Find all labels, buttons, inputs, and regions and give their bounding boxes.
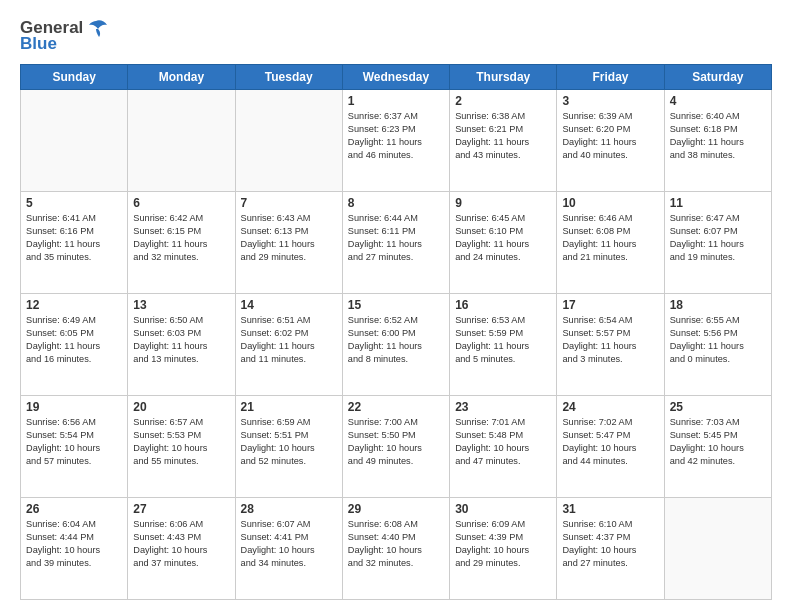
day-info: Sunrise: 6:59 AM Sunset: 5:51 PM Dayligh…: [241, 416, 337, 468]
day-number: 7: [241, 196, 337, 210]
day-of-week-header: Saturday: [664, 65, 771, 90]
calendar-day-cell: 28Sunrise: 6:07 AM Sunset: 4:41 PM Dayli…: [235, 498, 342, 600]
day-info: Sunrise: 7:03 AM Sunset: 5:45 PM Dayligh…: [670, 416, 766, 468]
calendar-day-cell: 30Sunrise: 6:09 AM Sunset: 4:39 PM Dayli…: [450, 498, 557, 600]
calendar-day-cell: 18Sunrise: 6:55 AM Sunset: 5:56 PM Dayli…: [664, 294, 771, 396]
day-of-week-header: Friday: [557, 65, 664, 90]
day-info: Sunrise: 7:01 AM Sunset: 5:48 PM Dayligh…: [455, 416, 551, 468]
day-number: 17: [562, 298, 658, 312]
day-number: 11: [670, 196, 766, 210]
calendar-day-cell: [128, 90, 235, 192]
calendar-day-cell: 2Sunrise: 6:38 AM Sunset: 6:21 PM Daylig…: [450, 90, 557, 192]
calendar-day-cell: 7Sunrise: 6:43 AM Sunset: 6:13 PM Daylig…: [235, 192, 342, 294]
day-info: Sunrise: 6:56 AM Sunset: 5:54 PM Dayligh…: [26, 416, 122, 468]
day-number: 1: [348, 94, 444, 108]
calendar-day-cell: 24Sunrise: 7:02 AM Sunset: 5:47 PM Dayli…: [557, 396, 664, 498]
calendar-week-row: 5Sunrise: 6:41 AM Sunset: 6:16 PM Daylig…: [21, 192, 772, 294]
day-info: Sunrise: 6:37 AM Sunset: 6:23 PM Dayligh…: [348, 110, 444, 162]
logo: General Blue: [20, 18, 107, 54]
day-info: Sunrise: 6:07 AM Sunset: 4:41 PM Dayligh…: [241, 518, 337, 570]
day-number: 13: [133, 298, 229, 312]
calendar-day-cell: 26Sunrise: 6:04 AM Sunset: 4:44 PM Dayli…: [21, 498, 128, 600]
day-number: 10: [562, 196, 658, 210]
calendar-day-cell: 1Sunrise: 6:37 AM Sunset: 6:23 PM Daylig…: [342, 90, 449, 192]
day-number: 21: [241, 400, 337, 414]
logo-blue-text: Blue: [20, 34, 57, 54]
calendar-week-row: 26Sunrise: 6:04 AM Sunset: 4:44 PM Dayli…: [21, 498, 772, 600]
calendar-day-cell: 11Sunrise: 6:47 AM Sunset: 6:07 PM Dayli…: [664, 192, 771, 294]
day-number: 19: [26, 400, 122, 414]
day-of-week-header: Wednesday: [342, 65, 449, 90]
day-number: 18: [670, 298, 766, 312]
day-info: Sunrise: 6:40 AM Sunset: 6:18 PM Dayligh…: [670, 110, 766, 162]
calendar-day-cell: [664, 498, 771, 600]
calendar-day-cell: 9Sunrise: 6:45 AM Sunset: 6:10 PM Daylig…: [450, 192, 557, 294]
calendar-day-cell: 8Sunrise: 6:44 AM Sunset: 6:11 PM Daylig…: [342, 192, 449, 294]
calendar-day-cell: [21, 90, 128, 192]
calendar-day-cell: 12Sunrise: 6:49 AM Sunset: 6:05 PM Dayli…: [21, 294, 128, 396]
day-info: Sunrise: 6:10 AM Sunset: 4:37 PM Dayligh…: [562, 518, 658, 570]
day-number: 23: [455, 400, 551, 414]
day-of-week-header: Sunday: [21, 65, 128, 90]
day-info: Sunrise: 6:53 AM Sunset: 5:59 PM Dayligh…: [455, 314, 551, 366]
calendar-day-cell: 27Sunrise: 6:06 AM Sunset: 4:43 PM Dayli…: [128, 498, 235, 600]
day-number: 31: [562, 502, 658, 516]
day-info: Sunrise: 6:43 AM Sunset: 6:13 PM Dayligh…: [241, 212, 337, 264]
calendar-day-cell: 6Sunrise: 6:42 AM Sunset: 6:15 PM Daylig…: [128, 192, 235, 294]
day-info: Sunrise: 6:45 AM Sunset: 6:10 PM Dayligh…: [455, 212, 551, 264]
calendar-day-cell: 29Sunrise: 6:08 AM Sunset: 4:40 PM Dayli…: [342, 498, 449, 600]
calendar-day-cell: 21Sunrise: 6:59 AM Sunset: 5:51 PM Dayli…: [235, 396, 342, 498]
day-number: 12: [26, 298, 122, 312]
day-number: 4: [670, 94, 766, 108]
day-info: Sunrise: 6:47 AM Sunset: 6:07 PM Dayligh…: [670, 212, 766, 264]
calendar-week-row: 1Sunrise: 6:37 AM Sunset: 6:23 PM Daylig…: [21, 90, 772, 192]
calendar-day-cell: 17Sunrise: 6:54 AM Sunset: 5:57 PM Dayli…: [557, 294, 664, 396]
calendar-day-cell: 20Sunrise: 6:57 AM Sunset: 5:53 PM Dayli…: [128, 396, 235, 498]
calendar-day-cell: 5Sunrise: 6:41 AM Sunset: 6:16 PM Daylig…: [21, 192, 128, 294]
calendar-day-cell: 23Sunrise: 7:01 AM Sunset: 5:48 PM Dayli…: [450, 396, 557, 498]
day-info: Sunrise: 6:38 AM Sunset: 6:21 PM Dayligh…: [455, 110, 551, 162]
day-of-week-header: Thursday: [450, 65, 557, 90]
calendar-day-cell: [235, 90, 342, 192]
day-info: Sunrise: 7:00 AM Sunset: 5:50 PM Dayligh…: [348, 416, 444, 468]
calendar-day-cell: 19Sunrise: 6:56 AM Sunset: 5:54 PM Dayli…: [21, 396, 128, 498]
day-info: Sunrise: 6:09 AM Sunset: 4:39 PM Dayligh…: [455, 518, 551, 570]
calendar-day-cell: 16Sunrise: 6:53 AM Sunset: 5:59 PM Dayli…: [450, 294, 557, 396]
day-number: 6: [133, 196, 229, 210]
day-info: Sunrise: 7:02 AM Sunset: 5:47 PM Dayligh…: [562, 416, 658, 468]
day-number: 27: [133, 502, 229, 516]
day-number: 8: [348, 196, 444, 210]
day-info: Sunrise: 6:44 AM Sunset: 6:11 PM Dayligh…: [348, 212, 444, 264]
day-number: 5: [26, 196, 122, 210]
calendar-day-cell: 3Sunrise: 6:39 AM Sunset: 6:20 PM Daylig…: [557, 90, 664, 192]
day-number: 22: [348, 400, 444, 414]
header: General Blue: [20, 18, 772, 54]
day-number: 29: [348, 502, 444, 516]
calendar-day-cell: 13Sunrise: 6:50 AM Sunset: 6:03 PM Dayli…: [128, 294, 235, 396]
calendar-day-cell: 14Sunrise: 6:51 AM Sunset: 6:02 PM Dayli…: [235, 294, 342, 396]
calendar-week-row: 12Sunrise: 6:49 AM Sunset: 6:05 PM Dayli…: [21, 294, 772, 396]
calendar-day-cell: 25Sunrise: 7:03 AM Sunset: 5:45 PM Dayli…: [664, 396, 771, 498]
day-info: Sunrise: 6:41 AM Sunset: 6:16 PM Dayligh…: [26, 212, 122, 264]
day-info: Sunrise: 6:51 AM Sunset: 6:02 PM Dayligh…: [241, 314, 337, 366]
calendar-day-cell: 22Sunrise: 7:00 AM Sunset: 5:50 PM Dayli…: [342, 396, 449, 498]
day-info: Sunrise: 6:52 AM Sunset: 6:00 PM Dayligh…: [348, 314, 444, 366]
day-number: 30: [455, 502, 551, 516]
calendar-day-cell: 4Sunrise: 6:40 AM Sunset: 6:18 PM Daylig…: [664, 90, 771, 192]
day-of-week-header: Monday: [128, 65, 235, 90]
day-info: Sunrise: 6:55 AM Sunset: 5:56 PM Dayligh…: [670, 314, 766, 366]
calendar-day-cell: 15Sunrise: 6:52 AM Sunset: 6:00 PM Dayli…: [342, 294, 449, 396]
calendar-table: SundayMondayTuesdayWednesdayThursdayFrid…: [20, 64, 772, 600]
day-info: Sunrise: 6:08 AM Sunset: 4:40 PM Dayligh…: [348, 518, 444, 570]
calendar-header-row: SundayMondayTuesdayWednesdayThursdayFrid…: [21, 65, 772, 90]
logo-bird-icon: [85, 19, 107, 37]
day-info: Sunrise: 6:06 AM Sunset: 4:43 PM Dayligh…: [133, 518, 229, 570]
day-number: 20: [133, 400, 229, 414]
day-number: 2: [455, 94, 551, 108]
day-number: 24: [562, 400, 658, 414]
day-info: Sunrise: 6:50 AM Sunset: 6:03 PM Dayligh…: [133, 314, 229, 366]
day-number: 16: [455, 298, 551, 312]
calendar-day-cell: 31Sunrise: 6:10 AM Sunset: 4:37 PM Dayli…: [557, 498, 664, 600]
day-number: 25: [670, 400, 766, 414]
calendar-week-row: 19Sunrise: 6:56 AM Sunset: 5:54 PM Dayli…: [21, 396, 772, 498]
